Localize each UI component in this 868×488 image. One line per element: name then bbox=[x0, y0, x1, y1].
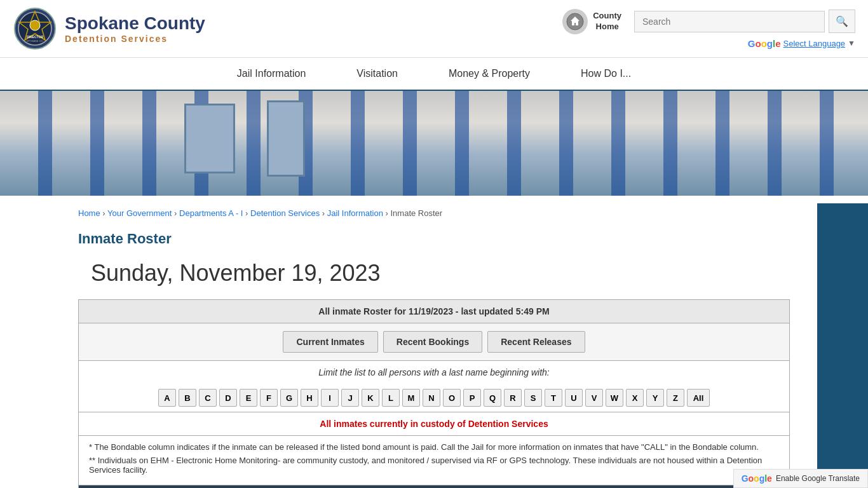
language-select-area: Google Select Language ▼ bbox=[748, 38, 855, 49]
roster-container: All inmate Roster for 11/19/2023 - last … bbox=[78, 299, 790, 488]
county-home-link[interactable]: County Home bbox=[562, 9, 621, 34]
alpha-g[interactable]: G bbox=[280, 389, 298, 407]
svg-text:DIRECTOR: DIRECTOR bbox=[27, 35, 43, 39]
tab-recent-bookings[interactable]: Recent Bookings bbox=[383, 331, 482, 353]
breadcrumb-detention[interactable]: Detention Services bbox=[250, 208, 320, 218]
alpha-p[interactable]: P bbox=[463, 389, 481, 407]
google-g-icon: Google bbox=[748, 38, 781, 49]
tab-buttons: Current Inmates Recent Bookings Recent R… bbox=[79, 323, 789, 361]
alpha-j[interactable]: J bbox=[341, 389, 359, 407]
search-area: 🔍 bbox=[634, 10, 855, 33]
breadcrumb-sep-3: › bbox=[245, 208, 250, 218]
alpha-w[interactable]: W bbox=[606, 389, 623, 407]
google-translate-bar: Google Enable Google Translate bbox=[733, 469, 868, 488]
date-heading: Sunday, November 19, 2023 bbox=[78, 260, 790, 287]
breadcrumb-jail-info[interactable]: Jail Information bbox=[327, 208, 383, 218]
status-message: All inmates currently in custody of Dete… bbox=[79, 412, 789, 436]
county-home-label2: Home bbox=[593, 22, 621, 32]
county-home-icon bbox=[562, 9, 588, 34]
logo-area: DIRECTOR SPOKANE CO. Spokane County Dete… bbox=[13, 6, 562, 51]
alpha-all[interactable]: All bbox=[687, 389, 710, 407]
badge-icon: DIRECTOR SPOKANE CO. bbox=[13, 6, 57, 51]
alpha-z[interactable]: Z bbox=[667, 389, 684, 407]
alpha-e[interactable]: E bbox=[240, 389, 257, 407]
alpha-o[interactable]: O bbox=[443, 389, 461, 407]
alpha-k[interactable]: K bbox=[362, 389, 379, 407]
nav-money-property[interactable]: Money & Property bbox=[449, 68, 530, 79]
org-name: Spokane County bbox=[65, 13, 205, 34]
hero-window-2 bbox=[267, 100, 305, 177]
svg-text:SPOKANE CO.: SPOKANE CO. bbox=[26, 39, 44, 43]
footnote-1: * The Bondable column indicates if the i… bbox=[89, 442, 779, 452]
alpha-label: Limit the list to all persons with a las… bbox=[79, 361, 789, 384]
breadcrumb: Home › Your Government › Departments A -… bbox=[78, 208, 790, 218]
main-content: Home › Your Government › Departments A -… bbox=[65, 196, 803, 488]
breadcrumb-sep-4: › bbox=[322, 208, 327, 218]
alpha-y[interactable]: Y bbox=[646, 389, 664, 407]
alpha-m[interactable]: M bbox=[402, 389, 420, 407]
footnotes: * The Bondable column indicates if the i… bbox=[79, 436, 789, 485]
alpha-f[interactable]: F bbox=[260, 389, 278, 407]
breadcrumb-departments[interactable]: Departments A - I bbox=[179, 208, 243, 218]
breadcrumb-your-government[interactable]: Your Government bbox=[107, 208, 172, 218]
alpha-n[interactable]: N bbox=[423, 389, 440, 407]
table-controls: Show 10 25 50 100 names Search: bbox=[79, 485, 789, 488]
search-input[interactable] bbox=[634, 11, 825, 32]
main-nav: Jail Information Visitation Money & Prop… bbox=[0, 58, 868, 91]
alpha-t[interactable]: T bbox=[545, 389, 562, 407]
alpha-s[interactable]: S bbox=[524, 389, 542, 407]
alpha-l[interactable]: L bbox=[382, 389, 400, 407]
nav-how-do-i[interactable]: How Do I... bbox=[581, 68, 631, 79]
breadcrumb-sep-2: › bbox=[174, 208, 179, 218]
tab-recent-releases[interactable]: Recent Releases bbox=[487, 331, 585, 353]
alpha-u[interactable]: U bbox=[565, 389, 583, 407]
alpha-r[interactable]: R bbox=[504, 389, 522, 407]
alpha-h[interactable]: H bbox=[301, 389, 318, 407]
page-title: Inmate Roster bbox=[78, 231, 790, 247]
select-language-link[interactable]: Select Language bbox=[783, 39, 846, 48]
alpha-a[interactable]: A bbox=[158, 389, 176, 407]
right-accent-decoration bbox=[817, 203, 868, 488]
site-header: DIRECTOR SPOKANE CO. Spokane County Dete… bbox=[0, 0, 868, 58]
breadcrumb-current: Inmate Roster bbox=[390, 208, 442, 218]
footnote-2: ** Individuals on EHM - Electronic Home … bbox=[89, 456, 779, 475]
roster-header: All inmate Roster for 11/19/2023 - last … bbox=[79, 300, 789, 323]
enable-google-translate-link[interactable]: Enable Google Translate bbox=[776, 474, 860, 483]
breadcrumb-sep-1: › bbox=[102, 208, 107, 218]
svg-point-3 bbox=[30, 20, 40, 30]
translate-dropdown-arrow[interactable]: ▼ bbox=[848, 39, 855, 48]
alpha-filter-section: Limit the list to all persons with a las… bbox=[79, 361, 789, 412]
alpha-b[interactable]: B bbox=[179, 389, 196, 407]
alpha-x[interactable]: X bbox=[626, 389, 644, 407]
google-translate-icon: Google bbox=[742, 473, 772, 484]
alpha-d[interactable]: D bbox=[219, 389, 237, 407]
nav-jail-information[interactable]: Jail Information bbox=[237, 68, 306, 79]
org-subtitle: Detention Services bbox=[65, 34, 205, 44]
nav-visitation[interactable]: Visitation bbox=[356, 68, 398, 79]
alpha-v[interactable]: V bbox=[585, 389, 603, 407]
alpha-buttons: A B C D E F G H I J K L M N O P Q R S T bbox=[79, 384, 789, 412]
hero-image bbox=[0, 91, 868, 196]
search-button[interactable]: 🔍 bbox=[829, 10, 855, 33]
hero-window-1 bbox=[184, 104, 235, 173]
breadcrumb-home[interactable]: Home bbox=[78, 208, 100, 218]
header-right: County Home 🔍 Google Select Language ▼ bbox=[562, 9, 855, 49]
hero-bars-background bbox=[0, 91, 868, 196]
alpha-c[interactable]: C bbox=[199, 389, 217, 407]
county-home-label: County bbox=[593, 11, 621, 22]
alpha-i[interactable]: I bbox=[321, 389, 339, 407]
tab-current-inmates[interactable]: Current Inmates bbox=[283, 331, 377, 353]
org-title: Spokane County Detention Services bbox=[65, 13, 205, 44]
alpha-q[interactable]: Q bbox=[484, 389, 501, 407]
